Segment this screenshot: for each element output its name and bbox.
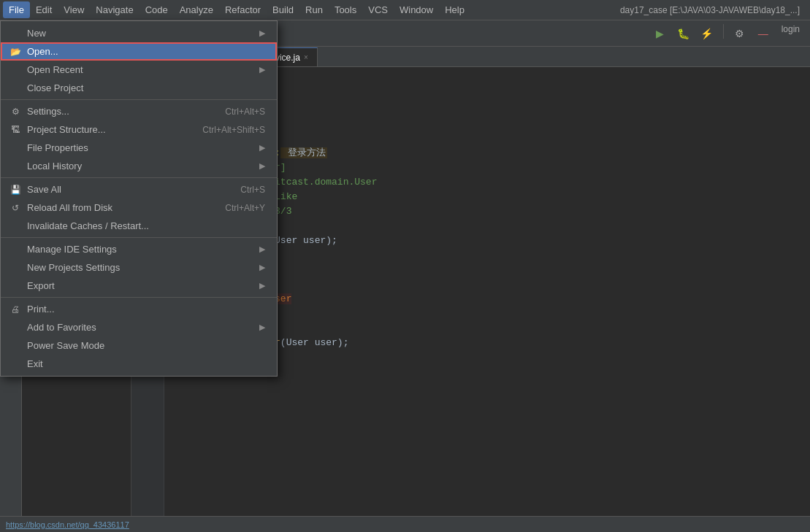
file-dropdown-menu: New ▶ 📂 Open... Open Recent ▶ Close Proj… <box>0 20 278 377</box>
dm-sep-3 <box>1 237 277 238</box>
menu-item-local-history-label: Local History <box>27 161 253 171</box>
code-line-40: User login(User user); <box>189 234 810 248</box>
dm-sep-4 <box>1 297 277 298</box>
reload-all-shortcut: Ctrl+Alt+Y <box>225 203 265 213</box>
file-dropdown-overlay: New ▶ 📂 Open... Open Recent ▶ Close Proj… <box>0 20 278 377</box>
code-line-38: * @Date: 2021/3/3 <box>189 204 810 219</box>
menu-build[interactable]: Build <box>267 1 299 18</box>
settings-shortcut: Ctrl+Alt+S <box>225 107 265 117</box>
menu-item-add-favorites[interactable]: Add to Favorites ▶ <box>1 318 277 336</box>
menu-item-open-label: Open... <box>27 46 265 57</box>
toolbar-debug-btn[interactable]: 🐛 <box>674 24 693 43</box>
menu-item-save-all[interactable]: 💾 Save All Ctrl+S <box>1 180 277 198</box>
toolbar-profile-btn[interactable]: ⚡ <box>698 24 717 43</box>
code-line-45: */ <box>189 307 810 321</box>
tab-close-3[interactable]: × <box>304 53 308 61</box>
code-line-41 <box>189 248 810 263</box>
code-line-47: void addUser(User user); <box>189 336 810 350</box>
toolbar-run-btn[interactable]: ▶ <box>651 24 670 43</box>
save-all-icon: 💾 <box>9 185 21 195</box>
menu-item-settings-label: Settings... <box>27 106 219 117</box>
menu-item-local-history[interactable]: Local History ▶ <box>1 157 277 175</box>
menu-navigate[interactable]: Navigate <box>90 1 139 18</box>
menu-help[interactable]: Help <box>439 1 470 18</box>
code-line-29: * @param user <box>189 73 810 88</box>
menu-item-manage-ide-label: Manage IDE Settings <box>27 244 253 255</box>
menu-item-file-properties[interactable]: File Properties ▶ <box>1 139 277 157</box>
window-title: day17_case [E:\JAVA\03-JAVAWEB\day18_...… <box>620 5 807 15</box>
menu-item-project-structure[interactable]: 🏗 Project Structure... Ctrl+Alt+Shift+S <box>1 120 277 139</box>
settings-icon: ⚙ <box>9 107 21 117</box>
code-line-37: * @Author: Mr.Like <box>189 190 810 204</box>
menu-item-new-projects[interactable]: New Projects Settings ▶ <box>1 258 277 277</box>
menu-item-power-save[interactable]: Power Save Mode <box>1 336 277 355</box>
menu-item-close-project-label: Close Project <box>27 82 265 93</box>
add-favorites-arrow-icon: ▶ <box>259 323 265 332</box>
new-projects-arrow-icon: ▶ <box>259 263 265 272</box>
code-line-46 <box>189 321 810 336</box>
open-recent-arrow-icon: ▶ <box>259 65 265 74</box>
code-line-34: * @Description: 登录方法 <box>189 146 810 161</box>
dm-sep-1 <box>1 99 277 100</box>
menu-item-reload-all[interactable]: ↺ Reload All from Disk Ctrl+Alt+Y <box>1 198 277 217</box>
code-line-31: */ <box>189 102 810 117</box>
menu-vcs[interactable]: VCS <box>362 1 394 18</box>
toolbar-settings-btn[interactable]: ⚙ <box>730 24 749 43</box>
menu-item-print[interactable]: 🖨 Print... <box>1 300 277 318</box>
project-structure-icon: 🏗 <box>9 125 21 135</box>
menu-item-close-project[interactable]: Close Project <box>1 79 277 97</box>
menu-item-invalidate-label: Invalidate Caches / Restart... <box>27 220 265 231</box>
menu-item-save-all-label: Save All <box>27 184 234 195</box>
code-line-33: /** <box>189 131 810 146</box>
menu-item-settings[interactable]: ⚙ Settings... Ctrl+Alt+S <box>1 102 277 120</box>
code-line-44: * @param user <box>189 292 810 307</box>
menu-item-open-recent[interactable]: Open Recent ▶ <box>1 61 277 79</box>
menu-item-new-label: New <box>27 28 253 39</box>
menu-file[interactable]: File <box>3 1 30 18</box>
menu-item-power-save-label: Power Save Mode <box>27 340 265 351</box>
reload-icon: ↺ <box>9 203 21 213</box>
toolbar-close-btn[interactable]: — <box>754 24 773 43</box>
menu-item-add-favorites-label: Add to Favorites <box>27 322 253 333</box>
menu-item-file-properties-label: File Properties <box>27 142 253 153</box>
menu-item-manage-ide[interactable]: Manage IDE Settings ▶ <box>1 240 277 258</box>
code-line-43: * 保存User <box>189 277 810 292</box>
project-structure-shortcut: Ctrl+Alt+Shift+S <box>202 125 265 135</box>
menu-analyze[interactable]: Analyze <box>174 1 219 18</box>
run-config-label: login <box>777 24 804 43</box>
code-line-32 <box>189 117 810 131</box>
menu-items: File Edit View Navigate Code Analyze Ref… <box>3 1 470 18</box>
new-arrow-icon: ▶ <box>259 28 265 38</box>
menu-view[interactable]: View <box>58 1 90 18</box>
file-properties-arrow-icon: ▶ <box>259 143 265 153</box>
menu-code[interactable]: Code <box>140 1 174 18</box>
code-line-39: */ <box>189 219 810 234</box>
code-line-30: * @return <box>189 88 810 102</box>
menu-item-export[interactable]: Export ▶ <box>1 277 277 295</box>
menu-refactor[interactable]: Refactor <box>219 1 267 18</box>
menu-item-export-label: Export <box>27 280 253 291</box>
open-folder-icon: 📂 <box>9 47 21 57</box>
local-history-arrow-icon: ▶ <box>259 161 265 171</box>
menu-item-exit-label: Exit <box>27 358 265 369</box>
dm-sep-2 <box>1 177 277 178</box>
export-arrow-icon: ▶ <box>259 281 265 290</box>
menu-item-exit[interactable]: Exit <box>1 355 277 373</box>
menu-run[interactable]: Run <box>299 1 329 18</box>
menu-bar: File Edit View Navigate Code Analyze Ref… <box>0 0 810 20</box>
menu-item-reload-all-label: Reload All from Disk <box>27 202 219 213</box>
code-line-42: /** <box>189 263 810 277</box>
menu-item-invalidate[interactable]: Invalidate Caches / Restart... <box>1 217 277 235</box>
menu-item-open[interactable]: 📂 Open... <box>1 42 277 61</box>
manage-ide-arrow-icon: ▶ <box>259 244 265 254</box>
menu-window[interactable]: Window <box>394 1 439 18</box>
status-url[interactable]: https://blog.csdn.net/qq_43436117 <box>6 520 129 529</box>
menu-edit[interactable]: Edit <box>30 1 58 18</box>
toolbar-right: ▶ 🐛 ⚡ ⚙ — login <box>651 24 804 43</box>
save-all-shortcut: Ctrl+S <box>240 185 265 195</box>
menu-item-project-structure-label: Project Structure... <box>27 124 196 135</box>
menu-item-new-projects-label: New Projects Settings <box>27 262 253 273</box>
print-icon: 🖨 <box>9 304 21 315</box>
menu-item-new[interactable]: New ▶ <box>1 24 277 42</box>
menu-tools[interactable]: Tools <box>329 1 362 18</box>
